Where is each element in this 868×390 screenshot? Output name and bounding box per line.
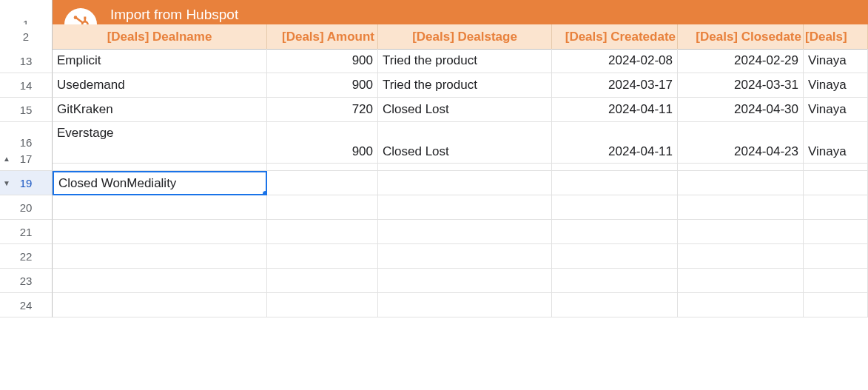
cell-dealname[interactable]: Emplicit <box>53 49 267 73</box>
row-header[interactable]: 20 <box>0 195 53 220</box>
cell-dealname[interactable]: GitKraken <box>53 98 267 122</box>
cell-dealstage[interactable]: Tried the product <box>378 73 552 98</box>
cell[interactable] <box>267 147 378 171</box>
col-header-extra[interactable]: [Deals] <box>804 24 868 50</box>
cell[interactable] <box>804 195 868 220</box>
row-header[interactable]: 22 <box>0 244 53 269</box>
cell[interactable] <box>804 269 868 293</box>
cell[interactable] <box>804 293 868 317</box>
cell[interactable] <box>267 293 378 317</box>
cell-closedate[interactable]: 2024-03-31 <box>678 73 804 98</box>
row-header[interactable]: 23 <box>0 269 53 293</box>
row-header[interactable]: 13 <box>0 49 53 73</box>
cell-owner[interactable]: Vinaya <box>804 49 868 73</box>
cell-closedate[interactable]: 2024-04-30 <box>678 98 804 122</box>
cell[interactable] <box>53 147 267 171</box>
row-header[interactable]: 14 <box>0 73 53 98</box>
row-header[interactable]: 17 <box>0 147 53 171</box>
cell[interactable] <box>378 171 552 195</box>
cell[interactable] <box>678 269 804 293</box>
row-header[interactable]: 15 <box>0 98 53 122</box>
cell[interactable] <box>552 220 678 244</box>
row-header[interactable]: 21 <box>0 220 53 244</box>
svg-line-1 <box>76 18 83 22</box>
banner-title: Import from Hubspot <box>110 5 300 24</box>
cell[interactable] <box>378 293 552 317</box>
cell-dealstage[interactable]: Closed Lost <box>378 98 552 122</box>
cell[interactable] <box>804 171 868 195</box>
selected-cell[interactable]: Closed WonMediality <box>53 171 267 195</box>
cell-closedate[interactable]: 2024-02-29 <box>678 49 804 73</box>
cell-createdate[interactable]: 2024-02-08 <box>552 49 678 73</box>
group-collapse-up-icon[interactable] <box>3 155 10 163</box>
cell[interactable] <box>378 220 552 244</box>
cell[interactable] <box>378 195 552 220</box>
cell-owner[interactable]: Vinaya <box>804 73 868 98</box>
cell[interactable] <box>552 147 678 171</box>
cell[interactable] <box>378 244 552 269</box>
cell[interactable] <box>678 293 804 317</box>
cell-amount[interactable]: 900 <box>267 49 378 73</box>
svg-rect-6 <box>84 16 86 19</box>
cell[interactable] <box>804 244 868 269</box>
cell[interactable] <box>267 220 378 244</box>
cell[interactable] <box>267 244 378 269</box>
cell-createdate[interactable]: 2024-04-11 <box>552 98 678 122</box>
col-header-closedate[interactable]: [Deals] Closedate <box>678 24 804 50</box>
cell[interactable] <box>804 220 868 244</box>
cell[interactable] <box>552 293 678 317</box>
cell[interactable] <box>267 171 378 195</box>
cell[interactable] <box>53 269 267 293</box>
cell[interactable] <box>552 269 678 293</box>
cell[interactable] <box>678 195 804 220</box>
cell[interactable] <box>678 244 804 269</box>
cell-amount[interactable]: 720 <box>267 98 378 122</box>
spreadsheet[interactable]: 1 Import from Hubspot Last refreshed 39 … <box>0 0 868 317</box>
cell-amount[interactable]: 900 <box>267 73 378 98</box>
cell[interactable] <box>678 147 804 171</box>
cell[interactable] <box>53 293 267 317</box>
row-header-2[interactable]: 2 <box>0 24 53 50</box>
group-expand-down-icon[interactable] <box>3 179 10 187</box>
cell[interactable] <box>53 220 267 244</box>
cell-dealname[interactable]: Usedemand <box>53 73 267 98</box>
cell[interactable] <box>552 244 678 269</box>
col-header-dealname[interactable]: [Deals] Dealname <box>53 24 267 50</box>
cell[interactable] <box>552 171 678 195</box>
cell[interactable] <box>267 195 378 220</box>
cell[interactable] <box>552 195 678 220</box>
row-header[interactable]: 24 <box>0 293 53 317</box>
cell[interactable] <box>378 147 552 171</box>
cell[interactable] <box>53 195 267 220</box>
cell[interactable] <box>678 171 804 195</box>
col-header-createdate[interactable]: [Deals] Createdate <box>552 24 678 50</box>
cell[interactable] <box>267 269 378 293</box>
cell[interactable] <box>53 244 267 269</box>
col-header-dealstage[interactable]: [Deals] Dealstage <box>378 24 552 50</box>
svg-point-2 <box>74 16 78 19</box>
cell-owner[interactable]: Vinaya <box>804 98 868 122</box>
cell[interactable] <box>378 269 552 293</box>
row-header-selected[interactable]: 19 <box>0 171 53 195</box>
cell[interactable] <box>678 220 804 244</box>
cell-dealstage[interactable]: Tried the product <box>378 49 552 73</box>
cell-createdate[interactable]: 2024-03-17 <box>552 73 678 98</box>
cell[interactable] <box>804 147 868 171</box>
col-header-amount[interactable]: [Deals] Amount <box>267 24 378 50</box>
